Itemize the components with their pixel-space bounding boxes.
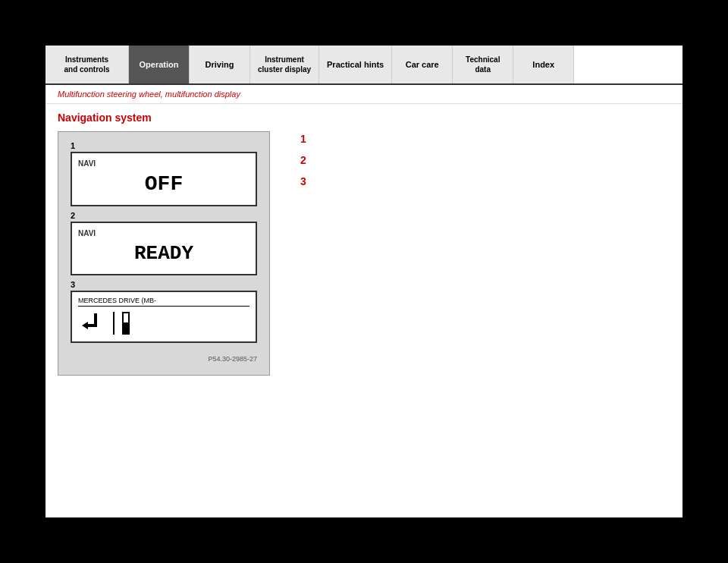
display-item-3: MERCEDES DRIVE (MB-	[71, 291, 257, 343]
main-content: Instruments and controls Operation Drivi…	[46, 46, 682, 517]
right-panel: 1 2 3	[300, 112, 670, 376]
svg-marker-0	[82, 322, 88, 329]
nav-item-index[interactable]: Index	[513, 46, 574, 83]
turn-arrow-icon	[78, 310, 105, 337]
page-content: Navigation system 1 NAVI OFF 2 NAVI R	[46, 104, 682, 383]
breadcrumb: Multifunction steering wheel, multifunct…	[46, 85, 682, 104]
item-num-2: 2	[71, 211, 75, 220]
nav-item-instrument-cluster[interactable]: Instrumentcluster display	[250, 46, 319, 83]
nav-item-car-care[interactable]: Car care	[392, 46, 453, 83]
item-num-1: 1	[71, 141, 75, 150]
item-num-3: 3	[71, 280, 75, 289]
nav-item-instruments[interactable]: Instruments and controls	[46, 46, 129, 83]
display-item-1: NAVI OFF	[71, 152, 257, 206]
nav-bar: Instruments and controls Operation Drivi…	[46, 46, 682, 85]
nav-item-technical-data[interactable]: Technicaldata	[453, 46, 513, 83]
annotation-item-1: 1	[300, 133, 670, 145]
annotation-item-2: 2	[300, 154, 670, 166]
diagram-box: 1 NAVI OFF 2 NAVI READY 3	[58, 131, 270, 376]
nav-item-operation[interactable]: Operation	[129, 46, 190, 83]
display-item-2: NAVI READY	[71, 222, 257, 275]
nav-item-driving[interactable]: Driving	[190, 46, 250, 83]
diagram-caption: P54.30-2985-27	[71, 355, 257, 363]
nav-item-practical-hints[interactable]: Practical hints	[319, 46, 392, 83]
annotation-item-3: 3	[300, 175, 670, 187]
section-title: Navigation system	[58, 112, 285, 124]
left-panel: Navigation system 1 NAVI OFF 2 NAVI R	[58, 112, 285, 376]
